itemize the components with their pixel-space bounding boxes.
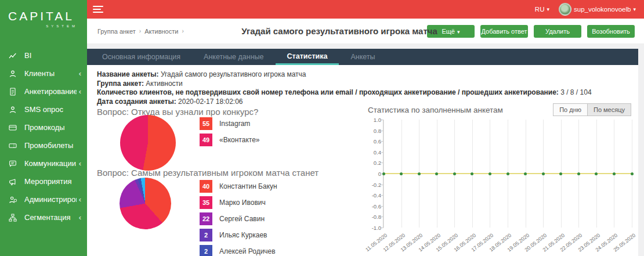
sidebar: CAPITAL SYSTEM BIКлиенты‹Анкетирование‹S…	[0, 0, 87, 256]
username-label: sup_volokonovoelb	[574, 6, 631, 13]
sidebar-item-label: Анкетирование	[24, 87, 77, 96]
data-point[interactable]	[631, 172, 634, 175]
breadcrumb-link[interactable]: Группа анкет	[97, 28, 136, 35]
info-line: Количество клиентов, не подтвердивших св…	[97, 88, 622, 98]
chevron-left-icon: ‹	[77, 195, 81, 204]
tab-statistics[interactable]: Статистика	[276, 49, 339, 65]
breadcrumb: Группа анкет›Активности›	[87, 28, 184, 35]
y-axis-label: 0.4	[366, 149, 381, 156]
pie-chart-1	[120, 115, 176, 171]
info-line: Название анкеты: Угадай самого результат…	[97, 70, 622, 80]
chevron-down-icon: ▾	[633, 6, 636, 12]
chat-icon	[8, 159, 17, 168]
question-1-title: Вопрос: Откуда вы узнали про конкурс?	[97, 107, 258, 117]
chevron-left-icon: ‹	[77, 87, 81, 96]
legend-item: 40Константин Бакун	[200, 180, 277, 193]
data-point[interactable]	[595, 172, 598, 175]
legend-item: 22Сергей Савин	[200, 212, 277, 225]
sidebar-item-label: SMS опрос	[24, 105, 81, 114]
data-point[interactable]	[489, 172, 491, 175]
app-logo[interactable]: CAPITAL SYSTEM	[0, 0, 87, 34]
toggle-by-month[interactable]: По месяцу	[587, 103, 631, 116]
data-point[interactable]	[559, 172, 562, 175]
sidebar-item-sms-poll[interactable]: SMS опрос	[0, 100, 87, 118]
delete-button[interactable]: Удалить	[534, 25, 581, 38]
data-point[interactable]	[435, 172, 438, 175]
legend-item: 2Алексей Родичев	[200, 245, 277, 256]
data-point[interactable]	[418, 172, 421, 175]
breadcrumb-separator: ›	[182, 28, 183, 34]
tab-form-data[interactable]: Анкетные данные	[192, 49, 275, 65]
tab-forms[interactable]: Анкеты	[339, 49, 386, 65]
sidebar-item-label: Мероприятия	[24, 177, 81, 186]
header-buttons: Ещё▾Добавить ответУдалитьВозобновить	[427, 25, 644, 38]
data-point[interactable]	[577, 172, 580, 175]
legend-item: 35Марко Ивович	[200, 196, 277, 209]
person-icon	[8, 105, 17, 114]
chart-period-toggle: По днюПо месяцу	[553, 103, 631, 116]
data-point[interactable]	[453, 172, 456, 175]
data-point[interactable]	[400, 172, 403, 175]
tab-main-info[interactable]: Основная информация	[91, 49, 192, 65]
user-dropdown[interactable]: sup_volokonovoelb ▾	[559, 3, 636, 16]
y-axis-label: 0.6	[366, 138, 381, 145]
y-axis-label: -0.4	[366, 192, 381, 199]
sidebar-item-survey[interactable]: Анкетирование‹	[0, 82, 87, 100]
language-dropdown[interactable]: RU ▾	[535, 6, 549, 13]
y-axis-label: -0.2	[366, 182, 381, 188]
legend-label: Марко Ивович	[219, 199, 266, 207]
logo-text: CAPITAL	[8, 9, 81, 23]
card-icon	[8, 123, 17, 132]
data-point[interactable]	[382, 172, 385, 175]
page-title: Угадай самого результативного игрока мат…	[241, 26, 437, 36]
legend-color-swatch: 40	[200, 180, 212, 193]
chevron-left-icon: ‹	[77, 213, 81, 222]
y-axis-label: 0.2	[366, 160, 381, 166]
data-point[interactable]	[524, 172, 527, 175]
add-answer-button[interactable]: Добавить ответ	[480, 25, 528, 38]
y-axis-label: 0.8	[366, 128, 381, 134]
sidebar-item-promotickets[interactable]: Промобилеты	[0, 136, 87, 154]
page-header: Группа анкет›Активности› Угадай самого р…	[87, 19, 644, 44]
sidebar-item-events[interactable]: Мероприятия	[0, 172, 87, 190]
admin-icon	[8, 195, 17, 204]
toggle-by-day[interactable]: По дню	[553, 103, 588, 116]
legend-color-swatch: 35	[200, 196, 212, 209]
breadcrumb-link[interactable]: Активности	[144, 28, 178, 35]
tab-content: Название анкеты: Угадай самого результат…	[87, 65, 638, 256]
legend-label: Ильяс Куркаев	[219, 231, 267, 239]
hamburger-menu-icon[interactable]	[93, 6, 103, 13]
tab-bar: Основная информацияАнкетные данныеСтатис…	[87, 49, 638, 65]
main-area: RU ▾ sup_volokonovoelb ▾ Группа анкет›Ак…	[87, 0, 644, 256]
line-chart: Статистика по заполненным анкетам По дню…	[367, 103, 632, 255]
data-point[interactable]	[506, 172, 509, 175]
pie-chart-1-legend: 55Instagram49«Вконтакте»	[200, 117, 260, 146]
language-label: RU	[535, 6, 545, 13]
sidebar-item-segmentation[interactable]: Сегментация‹	[0, 208, 87, 226]
divider	[87, 44, 644, 49]
sidebar-menu: BIКлиенты‹Анкетирование‹SMS опросПромоко…	[0, 46, 87, 226]
sidebar-item-label: Клиенты	[24, 69, 77, 78]
chevron-down-icon: ▾	[457, 29, 460, 35]
chart-icon	[8, 51, 17, 60]
sidebar-item-administration[interactable]: Администрирование‹	[0, 190, 87, 208]
sidebar-item-label: Сегментация	[24, 213, 77, 222]
sidebar-item-bi[interactable]: BI	[0, 46, 87, 64]
legend-color-swatch: 2	[200, 245, 212, 256]
resume-button[interactable]: Возобновить	[587, 25, 635, 38]
y-axis-label: -0.6	[366, 203, 381, 210]
sidebar-item-clients[interactable]: Клиенты‹	[0, 64, 87, 82]
document-icon	[8, 87, 17, 96]
sidebar-item-label: Промобилеты	[24, 141, 81, 150]
sidebar-item-label: Администрирование	[24, 195, 77, 204]
data-point[interactable]	[471, 172, 473, 175]
sidebar-item-communications[interactable]: Коммуникации‹	[0, 154, 87, 172]
legend-color-swatch: 2	[200, 229, 212, 241]
pie-chart-2-legend: 40Константин Бакун35Марко Ивович22Сергей…	[200, 180, 277, 256]
data-point[interactable]	[542, 172, 545, 175]
y-axis-label: 0	[366, 171, 381, 177]
data-point[interactable]	[613, 172, 616, 175]
topbar: RU ▾ sup_volokonovoelb ▾	[87, 0, 644, 19]
sidebar-item-promocodes[interactable]: Промокоды	[0, 118, 87, 136]
sidebar-item-label: BI	[24, 51, 81, 60]
